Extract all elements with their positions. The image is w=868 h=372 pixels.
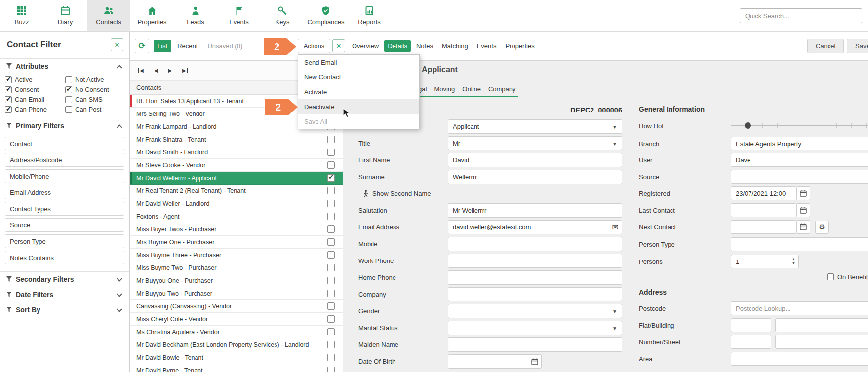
actions-menu-item[interactable]: Deactivate bbox=[298, 99, 419, 114]
record-tab[interactable]: Overview bbox=[349, 40, 382, 52]
postcode-lookup-input[interactable]: Postcode Lookup... bbox=[731, 301, 868, 315]
contact-checkbox[interactable] bbox=[327, 354, 335, 361]
sort-by-section-header[interactable]: Sort By bbox=[0, 302, 129, 317]
first-page-button[interactable]: ◀ bbox=[137, 67, 145, 74]
gear-icon-button[interactable]: ⚙ bbox=[815, 221, 829, 234]
envelope-icon[interactable]: ✉ bbox=[612, 223, 618, 232]
contact-checkbox[interactable] bbox=[327, 328, 335, 335]
contact-checkbox[interactable] bbox=[327, 187, 335, 194]
nav-item-compliances[interactable]: Compliances bbox=[304, 0, 348, 31]
primary-filter-item[interactable]: Address/Postcode bbox=[5, 153, 124, 167]
contact-row[interactable]: Miss Buyer Twos - Purchaser bbox=[130, 223, 343, 236]
contact-checkbox[interactable] bbox=[327, 277, 335, 284]
detail-subtab[interactable]: Online bbox=[462, 85, 481, 93]
contact-checkbox[interactable] bbox=[327, 290, 335, 297]
show-second-name-link[interactable]: Show Second Name bbox=[363, 190, 431, 197]
primary-filter-item[interactable]: Email Address bbox=[5, 186, 124, 199]
attribute-checkbox-row[interactable]: Not Active bbox=[65, 76, 124, 83]
contact-checkbox[interactable] bbox=[327, 238, 335, 246]
contact-row[interactable]: Mr David Bowie - Tenant bbox=[130, 351, 343, 364]
contact-list-tab[interactable]: Unsaved (0) bbox=[203, 40, 246, 52]
first-name-input[interactable]: David bbox=[448, 153, 622, 167]
contact-row[interactable]: Mr David Smith - Landlord bbox=[130, 146, 343, 159]
contact-checkbox[interactable] bbox=[327, 341, 335, 348]
flat-number-input[interactable] bbox=[731, 318, 771, 332]
contact-row[interactable]: Mr Steve Cooke - Vendor bbox=[130, 159, 343, 172]
nav-item-contacts[interactable]: Contacts bbox=[87, 0, 130, 31]
last-page-button[interactable]: ▶ bbox=[181, 67, 189, 74]
actions-menu-item[interactable]: New Contact bbox=[298, 70, 419, 84]
calendar-icon[interactable] bbox=[797, 220, 810, 234]
person-type-field[interactable] bbox=[731, 237, 868, 251]
attributes-section-header[interactable]: Attributes bbox=[0, 58, 129, 74]
work-phone-input[interactable] bbox=[448, 254, 622, 268]
nav-item-reports[interactable]: Reports bbox=[348, 0, 391, 31]
secondary-filters-section-header[interactable]: Secondary Filters bbox=[0, 271, 129, 287]
contact-row[interactable]: Mr Real Tenant 2 (Real Tenant) - Tenant bbox=[130, 185, 343, 197]
salutation-input[interactable]: Mr Wellerrrr bbox=[448, 203, 622, 218]
primary-filter-item[interactable]: Person Type bbox=[5, 234, 124, 248]
attribute-checkbox-row[interactable]: Can SMS bbox=[65, 96, 124, 103]
contact-row[interactable]: Miss Cheryl Cole - Vendor bbox=[130, 313, 343, 326]
primary-filter-item[interactable]: Contact bbox=[5, 137, 124, 150]
actions-menu-item[interactable]: Activate bbox=[298, 84, 419, 99]
surname-input[interactable]: Wellerrrr bbox=[448, 170, 622, 184]
primary-filter-item[interactable]: Contact Types bbox=[5, 202, 124, 216]
mobile-input[interactable] bbox=[448, 237, 622, 251]
nav-item-keys[interactable]: Keys bbox=[261, 0, 304, 31]
attribute-checkbox-row[interactable]: Active bbox=[5, 76, 65, 83]
detail-subtab[interactable]: Company bbox=[488, 85, 516, 93]
previous-page-button[interactable]: ◀ bbox=[153, 67, 159, 74]
attribute-checkbox-row[interactable]: Consent bbox=[5, 86, 65, 93]
company-input[interactable] bbox=[448, 287, 622, 301]
record-tab[interactable]: Events bbox=[473, 40, 500, 52]
attribute-checkbox-row[interactable]: Can Email bbox=[5, 96, 65, 103]
quick-search-input[interactable] bbox=[740, 8, 862, 23]
close-filter-button[interactable]: ✕ bbox=[111, 38, 123, 51]
calendar-icon[interactable] bbox=[797, 186, 810, 200]
refresh-button[interactable]: ⟳ bbox=[135, 39, 149, 53]
contact-checkbox[interactable] bbox=[327, 200, 335, 207]
contact-checkbox[interactable] bbox=[327, 367, 335, 372]
contact-row[interactable]: Mr David Weller - Landlord bbox=[130, 197, 343, 210]
home-phone-input[interactable] bbox=[448, 270, 622, 285]
registered-date-input[interactable]: 23/07/2021 12:00 bbox=[731, 186, 797, 200]
contact-row[interactable]: Canvassing (Canvassing) - Vendor bbox=[130, 300, 343, 313]
cancel-button[interactable]: Cancel bbox=[807, 39, 844, 53]
attribute-checkbox-row[interactable]: No Consent bbox=[65, 86, 124, 93]
area-input[interactable] bbox=[731, 352, 868, 366]
contact-row[interactable]: Mr David Beckham (East London Property S… bbox=[130, 338, 343, 351]
street-number-input[interactable] bbox=[731, 335, 771, 349]
user-field[interactable]: Dave bbox=[731, 153, 868, 167]
record-tab[interactable]: Details bbox=[384, 40, 411, 52]
contact-checkbox[interactable] bbox=[327, 302, 335, 310]
contact-row[interactable]: Miss Buyme Two - Purchaser bbox=[130, 261, 343, 274]
persons-stepper[interactable]: 1 ▲▼ bbox=[731, 255, 799, 268]
primary-filters-section-header[interactable]: Primary Filters bbox=[0, 118, 129, 133]
contact-checkbox[interactable] bbox=[327, 149, 335, 156]
contact-checkbox[interactable] bbox=[327, 264, 335, 271]
calendar-icon[interactable] bbox=[528, 354, 541, 369]
nav-item-properties[interactable]: Properties bbox=[130, 0, 174, 31]
building-name-input[interactable] bbox=[775, 318, 868, 332]
nav-item-buzz[interactable]: Buzz bbox=[0, 0, 43, 31]
contact-row[interactable]: Mr Frank Sinatra - Tenant bbox=[130, 133, 343, 146]
source-field[interactable] bbox=[731, 170, 868, 184]
save-button[interactable]: Save bbox=[847, 39, 868, 53]
contact-row[interactable]: Mr Buyyou Two - Purchaser bbox=[130, 287, 343, 300]
record-tab[interactable]: Notes bbox=[413, 40, 436, 52]
gender-select[interactable]: ▼ bbox=[448, 304, 622, 318]
nav-item-diary[interactable]: Diary bbox=[43, 0, 87, 31]
contact-row[interactable]: Foxtons - Agent bbox=[130, 210, 343, 223]
contact-row[interactable]: Ms Christina Aguilera - Vendor bbox=[130, 326, 343, 338]
maiden-name-input[interactable] bbox=[448, 337, 622, 352]
contact-row[interactable]: Mrs Buyme One - Purchaser bbox=[130, 236, 343, 249]
contact-checkbox[interactable] bbox=[327, 315, 335, 323]
calendar-icon[interactable] bbox=[797, 203, 810, 217]
how-hot-slider[interactable] bbox=[731, 119, 868, 133]
attribute-checkbox-row[interactable]: Can Post bbox=[65, 106, 124, 113]
title-select[interactable]: Mr ▼ bbox=[448, 136, 622, 150]
contact-list-tab[interactable]: List bbox=[154, 40, 171, 52]
primary-filter-item[interactable]: Notes Contains bbox=[5, 251, 124, 264]
street-name-input[interactable] bbox=[775, 335, 868, 349]
